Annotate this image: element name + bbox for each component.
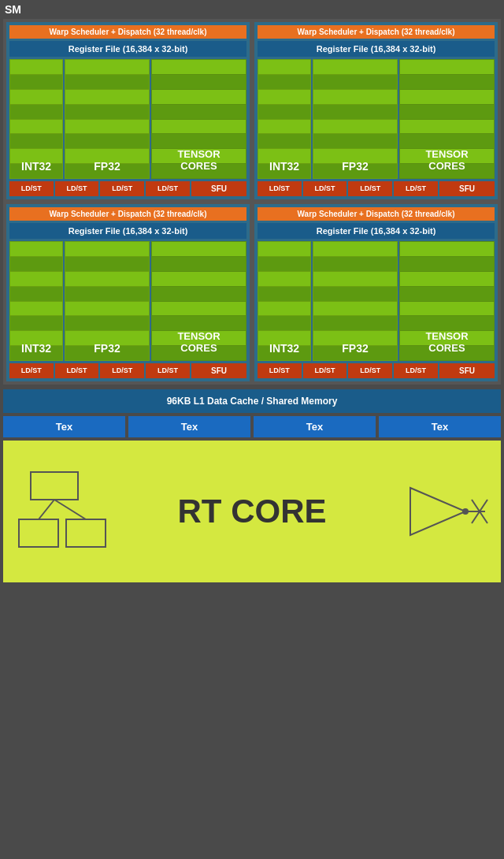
tensor-col-1: TENSORCORES — [151, 59, 246, 179]
ldst-4-2: LD/ST — [348, 363, 392, 378]
bottom-row-1: LD/ST LD/ST LD/ST LD/ST SFU — [9, 181, 246, 196]
bottom-row-2: LD/ST LD/ST LD/ST LD/ST SFU — [258, 181, 495, 196]
cores-section-2: INT32 FP32 — [258, 59, 495, 179]
quadrant-4: Warp Scheduler + Dispatch (32 thread/clk… — [254, 204, 498, 381]
ldst-4-0: LD/ST — [258, 363, 302, 378]
fp32-label-3: FP32 — [65, 342, 150, 355]
svg-point-7 — [462, 508, 469, 515]
tensor-col-3: TENSORCORES — [151, 241, 246, 361]
sm-label: SM — [0, 0, 504, 19]
warp-scheduler-4: Warp Scheduler + Dispatch (32 thread/clk… — [258, 207, 495, 221]
fp32-col-1: FP32 — [65, 59, 150, 179]
svg-marker-5 — [410, 488, 465, 535]
ldst-3-2: LD/ST — [100, 363, 144, 378]
tensor-col-4: TENSORCORES — [399, 241, 495, 361]
ldst-4-3: LD/ST — [394, 363, 438, 378]
int32-label-2: INT32 — [258, 160, 311, 173]
svg-rect-2 — [66, 519, 106, 547]
fp32-label-1: FP32 — [65, 160, 150, 173]
outer-container: Warp Scheduler + Dispatch (32 thread/clk… — [3, 19, 501, 385]
register-file-2: Register File (16,384 x 32-bit) — [258, 41, 495, 57]
tex-button-1[interactable]: Tex — [128, 416, 250, 437]
sfu-1: SFU — [191, 181, 246, 196]
svg-line-4 — [54, 500, 86, 519]
ldst-3-3: LD/ST — [146, 363, 190, 378]
quadrant-2: Warp Scheduler + Dispatch (32 thread/clk… — [254, 22, 498, 199]
int32-col-4: INT32 — [258, 241, 311, 361]
bottom-row-3: LD/ST LD/ST LD/ST LD/ST SFU — [9, 363, 246, 378]
svg-rect-1 — [19, 519, 58, 547]
l1-cache: 96KB L1 Data Cache / Shared Memory — [3, 389, 501, 413]
int32-label-3: INT32 — [9, 342, 63, 355]
ldst-2-2: LD/ST — [348, 181, 392, 196]
tensor-col-2: TENSORCORES — [399, 59, 495, 179]
quadrant-1: Warp Scheduler + Dispatch (32 thread/clk… — [6, 22, 250, 199]
cores-section-1: INT32 FP32 — [9, 59, 246, 179]
register-file-3: Register File (16,384 x 32-bit) — [9, 223, 246, 239]
tex-row: Tex Tex Tex Tex — [3, 416, 501, 437]
register-file-4: Register File (16,384 x 32-bit) — [258, 223, 495, 239]
tensor-label-4: TENSORCORES — [399, 330, 495, 355]
register-file-1: Register File (16,384 x 32-bit) — [9, 41, 246, 57]
rt-core-section: RT CORE — [3, 441, 501, 582]
ldst-3-1: LD/ST — [55, 363, 99, 378]
ldst-1-1: LD/ST — [55, 181, 99, 196]
sfu-3: SFU — [191, 363, 246, 378]
rt-shapes-left — [15, 464, 117, 559]
svg-rect-0 — [31, 472, 78, 500]
rt-shapes-right — [402, 480, 489, 543]
svg-line-3 — [39, 500, 54, 519]
fp32-col-4: FP32 — [313, 241, 398, 361]
fp32-col-2: FP32 — [313, 59, 398, 179]
ldst-4-1: LD/ST — [303, 363, 347, 378]
ldst-3-0: LD/ST — [9, 363, 54, 378]
fp32-label-4: FP32 — [313, 342, 398, 355]
cores-section-4: INT32 FP32 — [258, 241, 495, 361]
warp-scheduler-2: Warp Scheduler + Dispatch (32 thread/clk… — [258, 25, 495, 39]
int32-col-3: INT32 — [9, 241, 63, 361]
sfu-2: SFU — [439, 181, 495, 196]
cores-section-3: INT32 FP32 — [9, 241, 246, 361]
ldst-2-3: LD/ST — [394, 181, 438, 196]
bottom-row-4: LD/ST LD/ST LD/ST LD/ST SFU — [258, 363, 495, 378]
int32-col-2: INT32 — [258, 59, 311, 179]
ldst-1-2: LD/ST — [100, 181, 144, 196]
sfu-4: SFU — [439, 363, 495, 378]
warp-scheduler-1: Warp Scheduler + Dispatch (32 thread/clk… — [9, 25, 246, 39]
ldst-2-0: LD/ST — [258, 181, 302, 196]
int32-label-1: INT32 — [9, 160, 63, 173]
int32-col-1: INT32 — [9, 59, 63, 179]
tensor-label-1: TENSORCORES — [151, 148, 246, 173]
quadrant-3: Warp Scheduler + Dispatch (32 thread/clk… — [6, 204, 250, 381]
quadrant-grid: Warp Scheduler + Dispatch (32 thread/clk… — [6, 22, 498, 381]
ldst-1-0: LD/ST — [9, 181, 54, 196]
ldst-1-3: LD/ST — [146, 181, 190, 196]
rt-core-label: RT CORE — [178, 493, 327, 530]
int32-label-4: INT32 — [258, 342, 311, 355]
fp32-col-3: FP32 — [65, 241, 150, 361]
fp32-label-2: FP32 — [313, 160, 398, 173]
ldst-2-1: LD/ST — [303, 181, 347, 196]
warp-scheduler-3: Warp Scheduler + Dispatch (32 thread/clk… — [9, 207, 246, 221]
tex-button-3[interactable]: Tex — [379, 416, 501, 437]
tex-button-2[interactable]: Tex — [254, 416, 376, 437]
tex-button-0[interactable]: Tex — [3, 416, 125, 437]
tensor-label-3: TENSORCORES — [151, 330, 246, 355]
tensor-label-2: TENSORCORES — [399, 148, 495, 173]
